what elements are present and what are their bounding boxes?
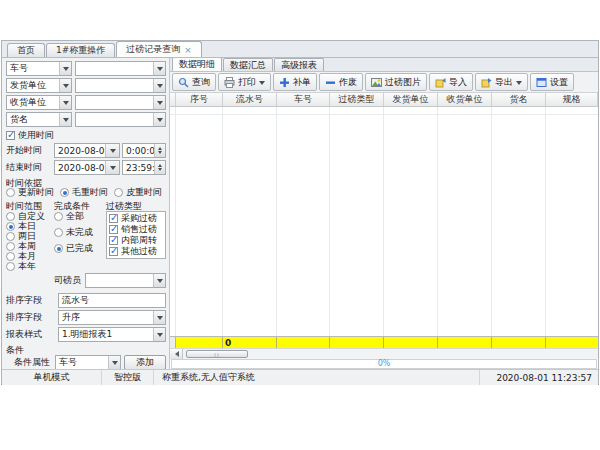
chevron-down-icon <box>153 79 165 92</box>
col-header-sender[interactable]: 发货单位 <box>384 93 438 106</box>
time-basis-options: 更新时间 毛重时间 皮重时间 <box>6 187 166 198</box>
radio-completed[interactable]: 已完成 <box>54 243 102 253</box>
scroll-left-icon[interactable] <box>170 349 183 359</box>
chevron-down-icon <box>153 62 165 75</box>
sort-field-input[interactable]: 流水号 <box>58 293 166 308</box>
tab-data-summary[interactable]: 数据汇总 <box>223 58 273 71</box>
col-header-weigh-type[interactable]: 过磅类型 <box>330 93 384 106</box>
tab-home[interactable]: 首页 <box>7 43 45 57</box>
col-header-vehicle[interactable]: 车号 <box>277 93 330 106</box>
sort-order-combo[interactable]: 升序 <box>58 310 166 325</box>
progress-bar: 0% <box>171 359 597 369</box>
close-icon[interactable]: × <box>184 45 192 55</box>
col-header-seq[interactable]: 序号 <box>176 93 223 106</box>
weigher-label: 司磅员 <box>54 274 81 287</box>
import-button[interactable]: 导入 <box>429 73 473 91</box>
supplement-button[interactable]: 补单 <box>273 73 317 91</box>
tab-advanced-report[interactable]: 高级报表 <box>274 58 324 71</box>
calendar-icon <box>105 144 119 157</box>
grid-header: 序号 流水号 车号 过磅类型 发货单位 收货单位 货名 规格 <box>170 93 598 107</box>
radio-incomplete[interactable]: 未完成 <box>54 227 102 237</box>
image-icon <box>371 77 382 88</box>
chevron-down-icon <box>516 81 522 88</box>
col-header-serial[interactable]: 流水号 <box>223 93 277 106</box>
status-system-name: 称重系统,无人值守系统 <box>154 370 480 385</box>
chevron-down-icon <box>59 96 71 109</box>
field-value-receiver[interactable] <box>75 95 166 110</box>
tab-data-detail[interactable]: 数据明细 <box>172 58 222 71</box>
radio-this-year[interactable]: 本年 <box>6 261 50 271</box>
end-date-picker[interactable]: 2020-08-01 <box>54 160 120 175</box>
summary-row: 0 <box>170 336 598 348</box>
app-window: 首页 1#称重操作 过磅记录查询 × 车号 发货单位 <box>1 40 599 385</box>
report-style-row: 报表样式 1.明细报表1 <box>6 327 166 342</box>
use-time-checkbox[interactable] <box>6 131 15 140</box>
chevron-down-icon <box>259 81 265 88</box>
filter-panel: 车号 发货单位 收货单位 <box>2 58 170 369</box>
status-datetime: 2020-08-01 11:23:57 <box>480 370 598 385</box>
chevron-down-icon <box>59 79 71 92</box>
check-other[interactable]: 其他过磅 <box>109 246 163 257</box>
horizontal-scrollbar[interactable]: ⁞⁞ <box>170 348 598 359</box>
status-edition: 智控版 <box>102 370 154 385</box>
col-header-spec[interactable]: 规格 <box>546 93 598 106</box>
weigher-row: 司磅员 <box>6 273 166 288</box>
search-icon <box>178 77 189 88</box>
weigh-type-group: 采购过磅 销售过磅 内部周转 其他过磅 <box>106 211 166 259</box>
field-value-vehicle[interactable] <box>75 61 166 76</box>
start-date-picker[interactable]: 2020-08-01 <box>54 143 120 158</box>
radio-update-time[interactable]: 更新时间 <box>6 186 54 199</box>
import-icon <box>435 77 446 88</box>
start-time-spinner[interactable]: 0:00:00 <box>122 143 166 158</box>
progress-value: 0% <box>378 360 391 368</box>
field-selector-receiver[interactable]: 收货单位 <box>6 95 72 110</box>
settings-button[interactable]: 设置 <box>530 73 574 91</box>
export-icon <box>481 77 492 88</box>
chevron-down-icon <box>153 274 165 287</box>
weigh-type-label: 过磅类型 <box>106 200 166 211</box>
condition-section-label: 条件 <box>6 344 166 355</box>
filter-groups: 时间范围 自定义 本日 两日 本周 本月 本年 完成条件 全部 未完成 已完成 … <box>6 200 166 271</box>
sort-field-row: 排序字段 流水号 <box>6 293 166 308</box>
radio-all[interactable]: 全部 <box>54 211 102 221</box>
print-button[interactable]: 打印 <box>218 73 271 91</box>
field-selector-vehicle[interactable]: 车号 <box>6 61 72 76</box>
scrollbar-thumb[interactable]: ⁞⁞ <box>186 350 248 358</box>
tab-weigh-operation[interactable]: 1#称重操作 <box>46 43 115 57</box>
spinner-arrows-icon[interactable] <box>154 144 165 157</box>
field-value-goods[interactable] <box>75 112 166 127</box>
void-button[interactable]: 作废 <box>319 73 363 91</box>
radio-tare-time[interactable]: 皮重时间 <box>114 186 162 199</box>
field-selector-goods[interactable]: 货名 <box>6 112 72 127</box>
status-mode: 单机模式 <box>2 370 102 385</box>
settings-icon <box>536 77 547 88</box>
condition-attr-combo[interactable]: 车号 <box>55 355 121 369</box>
data-panel: 数据明细 数据汇总 高级报表 查询 打印 补单 <box>170 58 598 369</box>
data-grid: 序号 流水号 车号 过磅类型 发货单位 收货单位 货名 规格 <box>170 93 598 369</box>
start-time-row: 开始时间 2020-08-01 0:00:00 <box>6 143 166 158</box>
chevron-down-icon <box>153 96 165 109</box>
spinner-arrows-icon[interactable] <box>154 161 165 174</box>
grid-body[interactable] <box>170 107 598 336</box>
chevron-down-icon <box>59 113 71 126</box>
end-time-spinner[interactable]: 23:59:59 <box>122 160 166 175</box>
chevron-down-icon <box>153 311 165 324</box>
col-header-receiver[interactable]: 收货单位 <box>438 93 492 106</box>
filter-row-sender: 发货单位 <box>6 78 166 93</box>
field-selector-sender[interactable]: 发货单位 <box>6 78 72 93</box>
weigher-combo[interactable] <box>85 273 166 288</box>
sort-order-row: 排序字段 升序 <box>6 310 166 325</box>
export-button[interactable]: 导出 <box>475 73 528 91</box>
tab-weigh-record-query[interactable]: 过磅记录查询 × <box>116 41 202 57</box>
calendar-icon <box>105 161 119 174</box>
report-style-combo[interactable]: 1.明细报表1 <box>58 327 166 342</box>
weigh-image-button[interactable]: 过磅图片 <box>365 73 427 91</box>
add-condition-button[interactable]: 添加 <box>124 355 166 369</box>
radio-gross-time[interactable]: 毛重时间 <box>60 186 108 199</box>
field-value-sender[interactable] <box>75 78 166 93</box>
col-header-goods[interactable]: 货名 <box>492 93 546 106</box>
chevron-down-icon <box>153 328 165 341</box>
query-button[interactable]: 查询 <box>172 73 216 91</box>
chevron-down-icon <box>153 113 165 126</box>
window-tab-strip: 首页 1#称重操作 过磅记录查询 × <box>2 41 598 58</box>
